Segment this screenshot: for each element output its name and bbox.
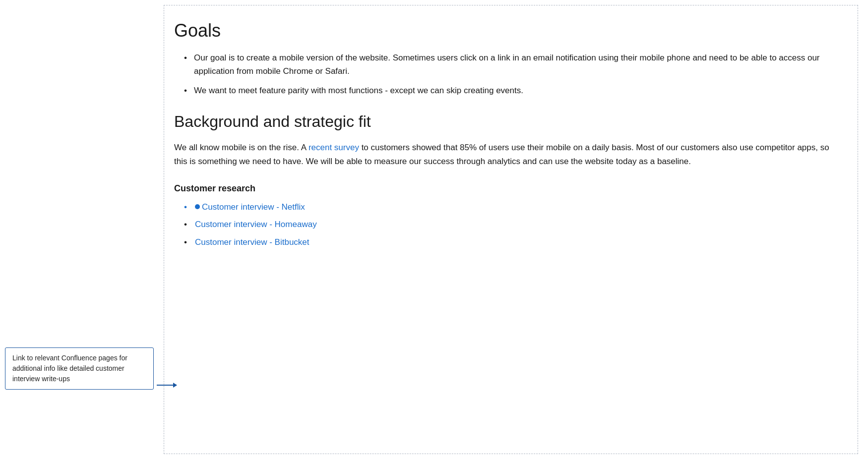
customer-link-item-3: Customer interview - Bitbucket <box>184 236 838 249</box>
background-text-before-link: We all know mobile is on the rise. A <box>174 143 309 152</box>
left-sidebar: Link to relevant Confluence pages for ad… <box>0 0 164 459</box>
goals-bullet-list: Our goal is to create a mobile version o… <box>174 51 838 98</box>
customer-link-netflix[interactable]: Customer interview - Netflix <box>202 202 305 212</box>
recent-survey-link[interactable]: recent survey <box>309 143 359 152</box>
page-wrapper: Link to relevant Confluence pages for ad… <box>0 0 868 459</box>
customer-research-heading: Customer research <box>174 183 838 194</box>
goals-bullet-1: Our goal is to create a mobile version o… <box>184 51 838 78</box>
background-paragraph: We all know mobile is on the rise. A rec… <box>174 141 838 169</box>
customer-link-bitbucket[interactable]: Customer interview - Bitbucket <box>195 237 310 247</box>
goals-title: Goals <box>174 20 838 41</box>
customer-link-item-2: Customer interview - Homeaway <box>184 218 838 231</box>
customer-link-item-1: Customer interview - Netflix <box>184 201 838 214</box>
highlight-dot-icon <box>195 204 200 209</box>
content-area: Goals Our goal is to create a mobile ver… <box>164 5 858 454</box>
customer-research-list: Customer interview - Netflix Customer in… <box>174 201 838 249</box>
background-title: Background and strategic fit <box>174 113 838 131</box>
customer-link-homeaway[interactable]: Customer interview - Homeaway <box>195 220 317 229</box>
goals-bullet-2: We want to meet feature parity with most… <box>184 84 838 97</box>
sidebar-tooltip: Link to relevant Confluence pages for ad… <box>5 347 154 390</box>
tooltip-text: Link to relevant Confluence pages for ad… <box>12 354 127 383</box>
